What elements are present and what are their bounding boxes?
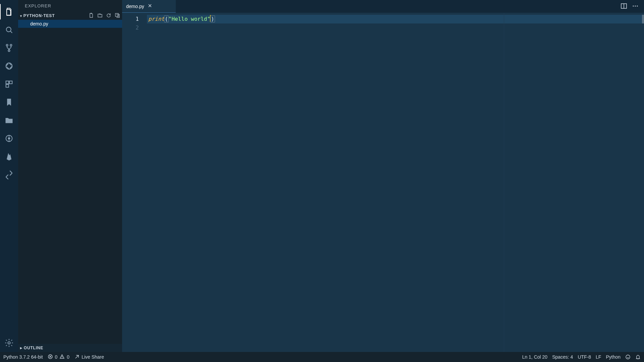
code-line[interactable]: print("Hello world") <box>147 15 644 23</box>
activity-settings-icon[interactable] <box>0 334 18 352</box>
refresh-icon[interactable] <box>106 13 111 19</box>
svg-point-3 <box>8 50 10 52</box>
file-tree: demo.py <box>18 20 122 344</box>
chevron-down-icon: ▾ <box>20 14 22 18</box>
status-problems[interactable]: 0 0 <box>48 354 70 360</box>
sidebar-title: EXPLORER <box>18 0 122 12</box>
project-name: PYTHON-TEST <box>23 13 55 18</box>
token-function: print <box>148 16 164 22</box>
svg-point-15 <box>637 5 638 6</box>
activity-extensions-icon[interactable] <box>0 75 18 93</box>
svg-point-9 <box>8 138 10 139</box>
outline-label: OUTLINE <box>24 346 43 350</box>
token-paren-open: ( <box>164 16 168 22</box>
token-string: "Hello world" <box>168 16 210 22</box>
project-section-header[interactable]: ▾ PYTHON-TEST <box>18 12 122 20</box>
more-actions-icon[interactable] <box>632 3 639 10</box>
explorer-sidebar: EXPLORER ▾ PYTHON-TEST dem <box>18 0 122 352</box>
editor-group: demo.py 1 2 print("H <box>122 0 644 352</box>
svg-point-10 <box>8 342 10 344</box>
code-editor[interactable]: 1 2 print("Hello world") <box>122 13 644 352</box>
outline-section-header[interactable]: ▸ OUTLINE <box>18 344 122 352</box>
split-editor-icon[interactable] <box>621 3 627 10</box>
status-liveshare[interactable]: Live Share <box>74 354 104 360</box>
code-line[interactable] <box>147 23 644 32</box>
svg-rect-6 <box>9 81 12 84</box>
tab-title: demo.py <box>126 4 144 9</box>
activity-project-icon[interactable] <box>0 111 18 129</box>
file-tree-item[interactable]: demo.py <box>18 20 122 28</box>
status-python-interpreter[interactable]: Python 3.7.2 64-bit <box>3 354 43 360</box>
warning-icon <box>59 354 65 360</box>
tab-demo-py[interactable]: demo.py <box>122 0 176 13</box>
activity-gitlens-icon[interactable] <box>0 129 18 147</box>
new-file-icon[interactable] <box>89 13 94 19</box>
svg-point-17 <box>626 355 630 359</box>
status-bar: Python 3.7.2 64-bit 0 0 Live Share Ln 1,… <box>0 352 644 362</box>
status-language[interactable]: Python <box>606 354 621 360</box>
activity-debug-icon[interactable] <box>0 57 18 75</box>
token-paren-close: ) <box>211 16 215 22</box>
status-feedback-icon[interactable] <box>625 354 631 360</box>
status-cursor-position[interactable]: Ln 1, Col 20 <box>522 354 548 360</box>
code-area[interactable]: print("Hello world") <box>147 13 644 352</box>
svg-point-13 <box>633 5 634 6</box>
status-indentation[interactable]: Spaces: 4 <box>552 354 573 360</box>
activity-explorer-icon[interactable] <box>0 3 18 21</box>
chevron-right-icon: ▸ <box>20 346 22 350</box>
collapse-all-icon[interactable] <box>115 13 120 19</box>
editor-ruler <box>504 13 504 352</box>
status-error-count: 0 <box>55 354 58 360</box>
line-number: 2 <box>122 23 147 32</box>
activity-search-icon[interactable] <box>0 21 18 39</box>
tab-bar: demo.py <box>122 0 644 13</box>
activity-sourcecontrol-icon[interactable] <box>0 39 18 57</box>
liveshare-icon <box>74 354 79 360</box>
svg-point-2 <box>10 44 12 46</box>
status-eol[interactable]: LF <box>596 354 601 360</box>
new-folder-icon[interactable] <box>97 13 103 19</box>
status-warning-count: 0 <box>67 354 69 360</box>
svg-point-1 <box>6 44 8 46</box>
activity-bookmark-icon[interactable] <box>0 93 18 111</box>
activity-remote-icon[interactable] <box>0 166 18 184</box>
line-number-gutter: 1 2 <box>122 13 147 352</box>
overview-ruler[interactable] <box>642 15 644 352</box>
close-icon[interactable] <box>148 3 152 9</box>
activity-firebase-icon[interactable] <box>0 147 18 166</box>
file-name: demo.py <box>30 21 48 26</box>
status-notifications-icon[interactable] <box>635 354 641 360</box>
activity-bar <box>0 0 18 352</box>
line-number: 1 <box>122 15 147 23</box>
error-icon <box>48 354 53 360</box>
svg-rect-5 <box>6 81 9 84</box>
svg-point-4 <box>6 63 12 69</box>
svg-point-0 <box>6 27 11 32</box>
svg-rect-7 <box>6 84 9 87</box>
status-encoding[interactable]: UTF-8 <box>578 354 591 360</box>
svg-point-14 <box>635 5 636 6</box>
